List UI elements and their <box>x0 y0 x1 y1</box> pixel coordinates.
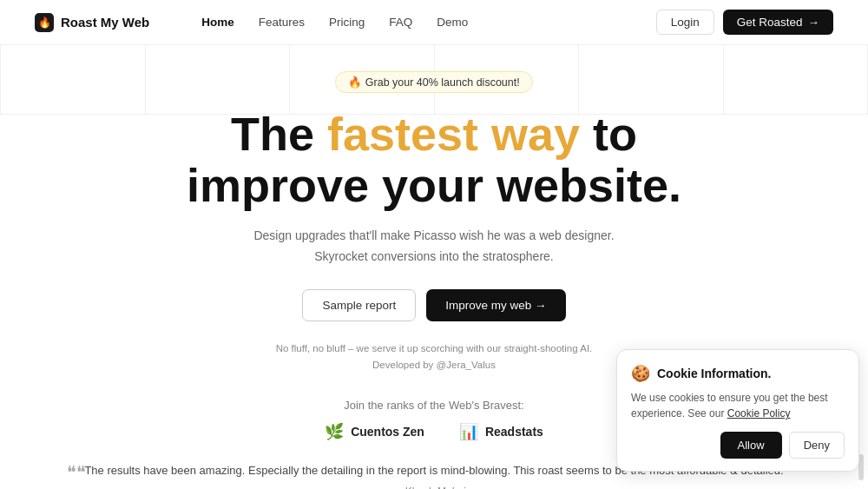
cta-group: Sample report Improve my web → <box>302 289 565 321</box>
get-roasted-button[interactable]: Get Roasted → <box>723 10 833 35</box>
hero-sub-line2: Skyrocket conversions into the stratosph… <box>253 247 614 268</box>
navbar: 🔥 Roast My Web Home Features Pricing FAQ… <box>0 0 868 45</box>
small-text-line2: Developed by @Jera_Valus <box>276 357 593 373</box>
improve-web-button[interactable]: Improve my web → <box>426 289 565 321</box>
hero-headline: The fastest way to improve your website. <box>187 109 681 212</box>
arrow-icon: → <box>808 16 820 29</box>
brand-readstats: 📊 Readstats <box>459 422 543 441</box>
join-label: Join the ranks of the Web's Bravest: <box>325 399 543 412</box>
badge-text: Grab your 40% launch discount! <box>365 76 520 89</box>
cuentos-name: Cuentos Zen <box>351 425 424 439</box>
nav-link-pricing[interactable]: Pricing <box>329 16 365 29</box>
headline-before: The <box>231 108 327 160</box>
testimonial-author: — Khush Mahajan <box>84 486 783 489</box>
nav-link-faq[interactable]: FAQ <box>389 16 412 29</box>
cuentos-icon: 🌿 <box>325 422 344 441</box>
hero-subtext: Design upgrades that'll make Picasso wis… <box>253 226 614 268</box>
badge-icon: 🔥 <box>348 76 365 89</box>
logo-icon: 🔥 <box>35 13 54 32</box>
cookie-header: 🍪 Cookie Information. <box>631 364 845 383</box>
allow-button[interactable]: Allow <box>720 432 782 459</box>
hero-sub-line1: Design upgrades that'll make Picasso wis… <box>253 226 614 247</box>
headline-highlight: fastest way <box>327 108 580 160</box>
nav-link-home[interactable]: Home <box>201 16 234 29</box>
cookie-icon: 🍪 <box>631 364 650 383</box>
deny-button[interactable]: Deny <box>789 432 845 459</box>
logo-text: Roast My Web <box>61 15 149 30</box>
cookie-banner: 🍪 Cookie Information. We use cookies to … <box>616 349 859 472</box>
hero-small-text: No fluff, no bluff – we serve it up scor… <box>276 340 593 373</box>
readstats-icon: 📊 <box>459 422 478 441</box>
discount-badge: 🔥 Grab your 40% launch discount! <box>335 71 532 93</box>
cookie-body: We use cookies to ensure you get the bes… <box>631 390 845 421</box>
sample-report-button[interactable]: Sample report <box>302 289 416 321</box>
headline-after: to <box>580 108 637 160</box>
cookie-title: Cookie Information. <box>657 367 771 380</box>
nav-link-demo[interactable]: Demo <box>437 16 468 29</box>
readstats-name: Readstats <box>485 425 543 439</box>
nav-actions: Login Get Roasted → <box>656 10 833 35</box>
quote-left-icon: ❝❝ <box>67 462 86 483</box>
nav-links: Home Features Pricing FAQ Demo <box>201 16 655 29</box>
brand-cuentos: 🌿 Cuentos Zen <box>325 422 424 441</box>
logo[interactable]: 🔥 Roast My Web <box>35 13 149 32</box>
cookie-policy-link[interactable]: Cookie Policy <box>727 407 791 420</box>
small-text-line1: No fluff, no bluff – we serve it up scor… <box>276 340 593 356</box>
headline-line2: improve your website. <box>187 159 681 211</box>
brand-logos: 🌿 Cuentos Zen 📊 Readstats <box>325 422 543 441</box>
nav-link-features[interactable]: Features <box>259 16 305 29</box>
login-button[interactable]: Login <box>656 10 714 35</box>
brands-section: Join the ranks of the Web's Bravest: 🌿 C… <box>325 399 543 441</box>
cookie-actions: Allow Deny <box>631 432 845 459</box>
